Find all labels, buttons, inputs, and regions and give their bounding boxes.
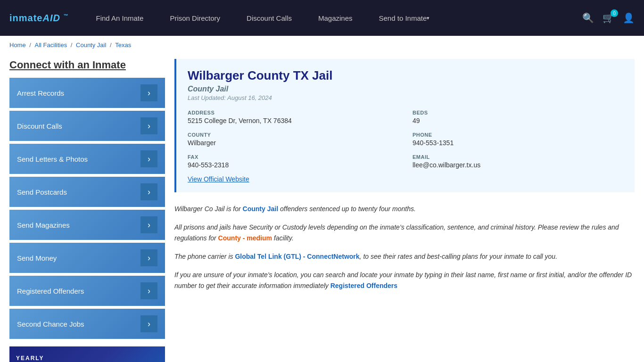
sidebar-title: Connect with an Inmate	[9, 59, 165, 71]
desc-p2-after: facility.	[272, 234, 294, 242]
email-value: llee@co.wilbarger.tx.us	[413, 161, 623, 169]
phone-field: PHONE 940-553-1351	[413, 132, 623, 147]
breadcrumb: Home / All Facilities / County Jail / Te…	[0, 36, 644, 54]
sidebar-arrow-arrest: ›	[140, 84, 157, 101]
sidebar-arrow-money: ›	[140, 249, 157, 266]
nav-magazines[interactable]: Magazines	[305, 0, 366, 36]
user-icon[interactable]: 👤	[623, 12, 635, 24]
facility-name: Wilbarger County TX Jail	[188, 68, 623, 83]
sidebar-arrow-letters: ›	[140, 150, 157, 167]
email-field: EMAIL llee@co.wilbarger.tx.us	[413, 154, 623, 169]
sidebar-send-letters-label: Send Letters & Photos	[17, 155, 88, 163]
breadcrumb-county-jail[interactable]: County Jail	[76, 41, 106, 49]
nav-send-to-inmate[interactable]: Send to Inmate	[366, 0, 443, 36]
sidebar-second-chance-label: Second Chance Jobs	[17, 320, 84, 328]
sidebar-arrow-magazines: ›	[140, 216, 157, 233]
sidebar-registered-offenders[interactable]: Registered Offenders ›	[9, 276, 165, 306]
county-value: Wilbarger	[188, 139, 398, 147]
facility-updated: Last Updated: August 16, 2024	[188, 94, 623, 101]
sidebar-registered-offenders-label: Registered Offenders	[17, 287, 84, 295]
sidebar: Connect with an Inmate Arrest Records › …	[9, 59, 165, 362]
sidebar-send-magazines[interactable]: Send Magazines ›	[9, 210, 165, 240]
desc-para-1: Wilbarger Co Jail is for County Jail off…	[174, 204, 635, 214]
phone-label: PHONE	[413, 132, 623, 138]
sidebar-send-money-label: Send Money	[17, 254, 57, 262]
address-field: ADDRESS 5215 College Dr, Vernon, TX 7638…	[188, 110, 398, 124]
fax-label: FAX	[188, 154, 398, 160]
sidebar-arrest-records[interactable]: Arrest Records ›	[9, 78, 165, 108]
sidebar-send-postcards-label: Send Postcards	[17, 188, 67, 196]
facility-card: Wilbarger County TX Jail County Jail Las…	[174, 59, 635, 192]
address-value: 5215 College Dr, Vernon, TX 76384	[188, 117, 398, 124]
logo-text: inmateAID ™	[9, 13, 68, 24]
desc-p1-after: offenders sentenced up to twenty four mo…	[278, 205, 416, 213]
beds-value: 49	[413, 117, 623, 124]
ad-banner[interactable]: YEARLY COMIC BOOK SUBSCRIPTIONS STARTING…	[9, 346, 165, 362]
sidebar-arrow-jobs: ›	[140, 315, 157, 332]
beds-field: BEDS 49	[413, 110, 623, 124]
sidebar-arrow-offenders: ›	[140, 282, 157, 299]
nav-find-inmate[interactable]: Find An Inmate	[83, 0, 157, 36]
sidebar-arrest-records-label: Arrest Records	[17, 89, 64, 97]
sidebar-send-magazines-label: Send Magazines	[17, 221, 70, 229]
desc-p3-link[interactable]: Global Tel Link (GTL) - ConnectNetwork	[235, 253, 359, 260]
sidebar-arrow-discount: ›	[140, 117, 157, 134]
desc-p3-after: , to see their rates and best-calling pl…	[360, 253, 557, 260]
desc-p2-link[interactable]: County - medium	[218, 234, 272, 242]
nav-prison-directory[interactable]: Prison Directory	[157, 0, 233, 36]
header-icons: 🔍 🛒 0 👤	[582, 12, 635, 24]
address-label: ADDRESS	[188, 110, 398, 115]
sidebar-second-chance-jobs[interactable]: Second Chance Jobs ›	[9, 309, 165, 339]
view-official-website-link[interactable]: View Official Website	[188, 175, 249, 183]
fax-value: 940-553-2318	[188, 161, 398, 169]
facility-info-grid: ADDRESS 5215 College Dr, Vernon, TX 7638…	[188, 110, 623, 169]
desc-p4-link[interactable]: Registered Offenders	[330, 282, 397, 289]
sidebar-arrow-postcards: ›	[140, 183, 157, 200]
desc-p3-before: The phone carrier is	[174, 253, 235, 260]
county-field: COUNTY Wilbarger	[188, 132, 398, 147]
fax-field: FAX 940-553-2318	[188, 154, 398, 169]
desc-para-3: The phone carrier is Global Tel Link (GT…	[174, 251, 635, 262]
beds-label: BEDS	[413, 110, 623, 115]
phone-value: 940-553-1351	[413, 139, 623, 147]
breadcrumb-home[interactable]: Home	[9, 41, 26, 49]
sidebar-send-letters[interactable]: Send Letters & Photos ›	[9, 144, 165, 174]
breadcrumb-all-facilities[interactable]: All Facilities	[35, 41, 67, 49]
cart-icon[interactable]: 🛒 0	[603, 12, 614, 24]
main-nav: Find An Inmate Prison Directory Discount…	[83, 0, 582, 36]
desc-p1-before: Wilbarger Co Jail is for	[174, 205, 243, 213]
desc-para-4: If you are unsure of your inmate’s locat…	[174, 270, 635, 291]
sidebar-discount-calls[interactable]: Discount Calls ›	[9, 111, 165, 141]
desc-p4-text: If you are unsure of your inmate’s locat…	[174, 271, 632, 289]
desc-p1-link[interactable]: County Jail	[243, 205, 278, 213]
facility-description: Wilbarger Co Jail is for County Jail off…	[174, 204, 635, 292]
sidebar-discount-calls-label: Discount Calls	[17, 122, 62, 130]
nav-discount-calls[interactable]: Discount Calls	[233, 0, 305, 36]
main-layout: Connect with an Inmate Arrest Records › …	[0, 54, 644, 362]
facility-type: County Jail	[188, 85, 623, 93]
county-label: COUNTY	[188, 132, 398, 138]
desc-para-2: All prisons and jails have Security or C…	[174, 222, 635, 244]
main-content: Wilbarger County TX Jail County Jail Las…	[174, 59, 635, 362]
breadcrumb-state[interactable]: Texas	[115, 41, 131, 49]
sidebar-send-money[interactable]: Send Money ›	[9, 243, 165, 273]
sidebar-send-postcards[interactable]: Send Postcards ›	[9, 177, 165, 207]
search-icon[interactable]: 🔍	[582, 12, 594, 24]
site-header: inmateAID ™ Find An Inmate Prison Direct…	[0, 0, 644, 36]
logo[interactable]: inmateAID ™	[9, 13, 68, 24]
email-label: EMAIL	[413, 154, 623, 160]
cart-badge: 0	[611, 9, 618, 17]
